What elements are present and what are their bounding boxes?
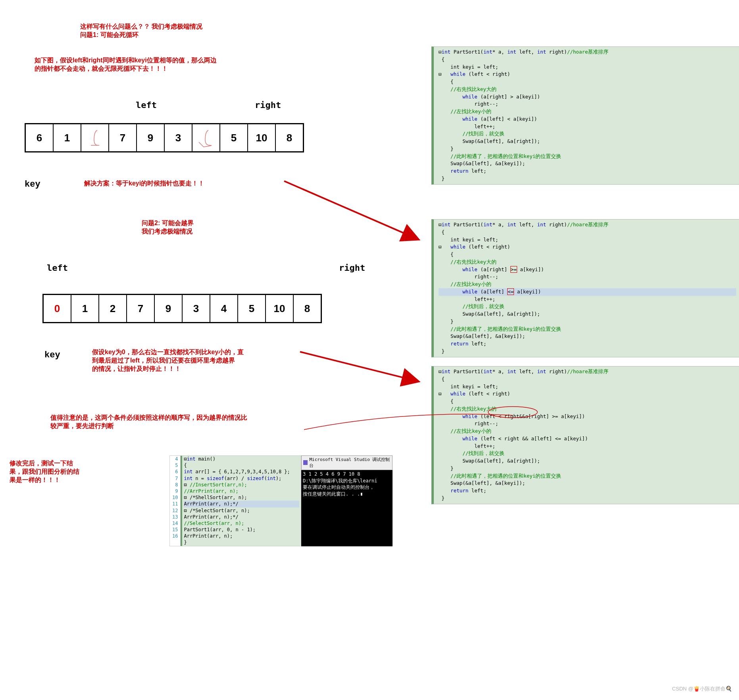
console-window: Microsoft Visual Studio 调试控制台 3 1 2 5 4 … xyxy=(301,455,393,546)
assume2c: 的情况，让指针及时停止！！！ xyxy=(92,365,244,373)
right-label-2: right xyxy=(339,263,365,273)
solution1: 解决方案：等于keyi的时候指针也要走！！ xyxy=(84,180,204,187)
assume1b: 的指针都不会走动，就会无限死循环下去！！！ xyxy=(35,65,217,73)
q2-text: 问题2: 可能会越界 xyxy=(142,219,194,228)
array-1: 6 1 7 9 3 5 10 8 xyxy=(25,123,304,152)
q1-text: 问题1: 可能会死循环 xyxy=(80,31,202,39)
note2: 较严重，要先进行判断 xyxy=(50,422,247,430)
watermark: CSDN @🍟小陈在拼命🍳 xyxy=(672,685,732,692)
arrow-to-code2 xyxy=(283,179,425,249)
vs-icon xyxy=(303,460,308,465)
svg-line-2 xyxy=(300,352,418,381)
main-code: 45678910111213141516 ⊟int main() { int a… xyxy=(169,455,301,546)
sketch-cell-1 xyxy=(81,124,109,151)
arrow-to-code3 xyxy=(298,350,425,391)
result3: 果是一样的！！！ xyxy=(10,476,79,484)
left-label-1: left xyxy=(136,100,157,110)
arrow-note-to-code xyxy=(302,414,517,439)
assume1a: 如下图，假设left和right同时遇到和keyi位置相等的值，那么两边 xyxy=(35,56,217,65)
array-2: 0 1 2 7 9 3 4 5 10 8 xyxy=(42,294,322,323)
code-block-1: ⊟int PartSort1(int* a, int left, int rig… xyxy=(431,46,739,185)
assume2a: 假设key为0，那么右边一直找都找不到比key小的，直 xyxy=(92,348,244,357)
sketch-cell-2 xyxy=(192,124,220,151)
note1: 值得注意的是，这两个条件必须按照这样的顺序写，因为越界的情况比 xyxy=(50,414,247,422)
result1: 修改完后，测试一下结 xyxy=(10,459,79,468)
assume2b: 到最后超过了left，所以我们还要在循环里考虑越界 xyxy=(92,357,244,365)
q-intro: 这样写有什么问题么？？ 我们考虑极端情况 xyxy=(80,23,202,31)
key-label-1: key xyxy=(25,179,40,189)
left-label-2: left xyxy=(47,263,68,273)
code-block-2: ⊟int PartSort1(int* a, int left, int rig… xyxy=(431,219,739,357)
q2b-text: 我们考虑极端情况 xyxy=(142,228,194,236)
result2: 果，跟我们用图分析的结 xyxy=(10,468,79,476)
svg-line-1 xyxy=(284,181,418,239)
key-label-2: key xyxy=(44,350,60,360)
right-label-1: right xyxy=(255,100,281,110)
